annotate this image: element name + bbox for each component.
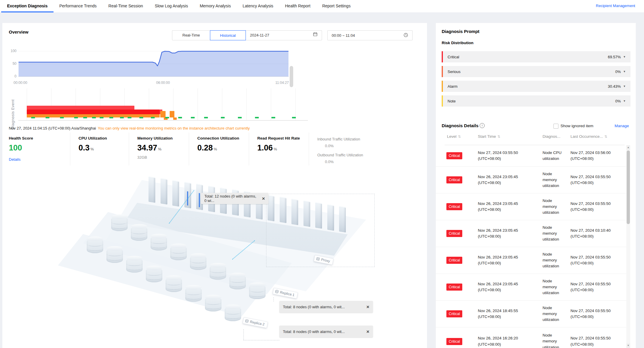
tab-memory-analysis[interactable]: Memory Analysis xyxy=(194,0,237,12)
event-gridline xyxy=(295,88,296,120)
info-icon[interactable]: i xyxy=(480,123,485,128)
date-picker[interactable]: 2024-11-27 xyxy=(246,31,322,40)
risk-row-serious[interactable]: Serious0%▼ xyxy=(442,66,630,77)
note-event-dash xyxy=(151,117,155,118)
database-icon xyxy=(275,289,279,294)
last-occurrence-cell: Nov 27, 2024 03:55:50 (UTC+08:00) xyxy=(570,327,623,348)
db-cylinder-ring xyxy=(185,295,202,299)
note-event-dash xyxy=(221,117,225,118)
table-row[interactable]: CriticalNov 26, 2024 23:05:45 (UTC+08:00… xyxy=(436,220,628,247)
manage-link[interactable]: Manage xyxy=(615,124,629,128)
replica2-node-tag[interactable]: Replica 2 xyxy=(243,317,268,328)
metric-health-score: Health Score 100 Details xyxy=(9,132,70,165)
table-row[interactable]: CriticalNov 26, 2024 23:05:45 (UTC+08:00… xyxy=(436,167,628,193)
db-cylinder-ring xyxy=(126,266,143,270)
tab-exception-diagnosis[interactable]: Exception Diagnosis xyxy=(1,0,54,12)
note-event-dash xyxy=(92,117,96,118)
table-row[interactable]: CriticalNov 26, 2024 23:05:45 (UTC+08:00… xyxy=(436,247,628,274)
tab-report-settings[interactable]: Report Settings xyxy=(316,0,357,12)
risk-row-critical[interactable]: Critical69.57%▼ xyxy=(442,51,630,62)
db-cylinder-top xyxy=(229,273,246,277)
server-icon xyxy=(316,257,320,261)
db-cylinder-ring xyxy=(210,273,226,277)
time-range-picker[interactable]: 00:00 ~ 11:04 xyxy=(327,30,413,40)
chevron-down-icon[interactable]: ▼ xyxy=(623,55,626,58)
replica1-db-node xyxy=(229,275,246,289)
scroll-down-icon[interactable]: ▼ xyxy=(626,343,630,348)
table-row[interactable]: CriticalNov 26, 2024 18:45:55 (UTC+08:00… xyxy=(436,301,628,327)
diagnosis-item-cell: Node memory utilization xyxy=(543,193,566,220)
note-event-dash xyxy=(292,117,296,118)
table-row[interactable]: CriticalNov 26, 2024 23:05:45 (UTC+08:00… xyxy=(436,193,628,220)
db-cylinder-ring xyxy=(111,220,128,224)
scroll-up-icon[interactable]: ▲ xyxy=(626,145,630,150)
replica1-node-tag[interactable]: Replica 1 xyxy=(273,288,298,299)
tab-performance-trends[interactable]: Performance Trends xyxy=(54,0,103,12)
sort-icon[interactable]: ⇅ xyxy=(604,135,607,139)
instance-architecture-chart[interactable]: Proxy Replica 1 Replica 2 Total: 12 node… xyxy=(2,166,427,348)
inbound-label: Inbound Traffic Utilization xyxy=(317,137,386,142)
replica1-db-node xyxy=(170,246,187,260)
realtime-button[interactable]: Real-Time xyxy=(172,31,210,40)
db-cylinder-top xyxy=(111,214,128,219)
realtime-warning-text: You can only view real-time monitoring m… xyxy=(98,126,250,130)
close-icon[interactable]: × xyxy=(366,329,369,334)
show-ignored-label: Show ignored item xyxy=(560,124,593,128)
replica1-label: Replica 1 xyxy=(280,290,295,297)
tab-real-time-session[interactable]: Real-Time Session xyxy=(103,0,149,12)
table-scrollbar-handle[interactable] xyxy=(627,150,630,224)
replica2-tooltip-text: Total: 8 nodes (0 with alarms, 0 wit... xyxy=(283,329,345,334)
replica1-db-node xyxy=(131,226,147,241)
clock-icon xyxy=(403,33,408,38)
close-icon[interactable]: × xyxy=(366,304,369,309)
note-event-dash xyxy=(238,117,242,118)
diagnosis-events-chart xyxy=(18,88,308,121)
chevron-down-icon[interactable]: ▼ xyxy=(623,70,626,73)
db-cylinder-ring xyxy=(229,283,246,287)
critical-event-bar xyxy=(27,106,134,110)
db-cylinder-ring xyxy=(170,253,187,258)
level-badge: Critical xyxy=(446,152,462,159)
time-range-value: 00:00 ~ 11:04 xyxy=(332,33,355,38)
db-cylinder-ring xyxy=(131,234,147,238)
diagnosis-table: CriticalNov 27, 2024 03:55:50 (UTC+08:00… xyxy=(436,145,628,348)
diagnosis-event-axis-label: Diagnosis Event xyxy=(11,89,15,140)
db-cylinder-top xyxy=(146,266,162,270)
sort-icon[interactable]: ⇅ xyxy=(458,135,461,139)
show-ignored-checkbox[interactable] xyxy=(553,124,558,129)
sort-icon[interactable]: ⇅ xyxy=(498,135,500,139)
tab-slow-log-analysis[interactable]: Slow Log Analysis xyxy=(149,0,194,12)
start-time-cell: Nov 27, 2024 03:55:50 (UTC+08:00) xyxy=(478,145,537,166)
read-hit-value: 1.06% xyxy=(257,143,309,153)
last-occurrence-cell: Nov 27, 2024 03:56:00 (UTC+08:00) xyxy=(570,145,623,166)
close-icon[interactable]: × xyxy=(262,196,265,201)
chevron-down-icon[interactable]: ▼ xyxy=(623,85,626,88)
db-cylinder-ring xyxy=(166,285,182,290)
metric-cpu: CPU Utilization 0.3% xyxy=(70,132,129,165)
table-row[interactable]: CriticalNov 27, 2024 03:55:50 (UTC+08:00… xyxy=(436,145,628,167)
cpu-label: CPU Utilization xyxy=(79,136,129,140)
risk-label: Critical xyxy=(448,55,459,59)
db-cylinder-ring xyxy=(205,300,221,305)
db-cylinder-ring xyxy=(106,256,123,261)
tab-latency-analysis[interactable]: Latency Analysis xyxy=(237,0,279,12)
table-row[interactable]: CriticalNov 26, 2024 16:26:20 (UTC+08:00… xyxy=(436,327,628,348)
historical-button[interactable]: Historical xyxy=(210,30,246,40)
metric-traffic: Inbound Traffic Utilization 0.0% Outboun… xyxy=(309,132,386,165)
chart-scrollbar-handle[interactable] xyxy=(290,66,293,87)
risk-row-note[interactable]: Note0%▼ xyxy=(442,95,630,107)
col-header-last-occurrence: Last Occurrence...⇅ xyxy=(570,134,607,139)
db-cylinder-ring xyxy=(225,310,241,314)
details-link[interactable]: Details xyxy=(9,157,21,162)
inbound-value: 0.0% xyxy=(325,143,386,149)
db-cylinder-ring xyxy=(151,239,167,244)
tab-health-report[interactable]: Health Report xyxy=(279,0,316,12)
risk-row-alarm[interactable]: Alarm30.43%▼ xyxy=(442,81,630,92)
recipient-management-link[interactable]: Recipient Management xyxy=(596,0,635,12)
chevron-down-icon[interactable]: ▼ xyxy=(623,100,626,102)
table-row[interactable]: CriticalNov 26, 2024 23:05:45 (UTC+08:00… xyxy=(436,274,628,301)
db-cylinder-top xyxy=(151,234,167,238)
overview-area-chart xyxy=(18,49,289,79)
event-gridline xyxy=(222,88,222,120)
db-cylinder-top xyxy=(126,256,143,261)
